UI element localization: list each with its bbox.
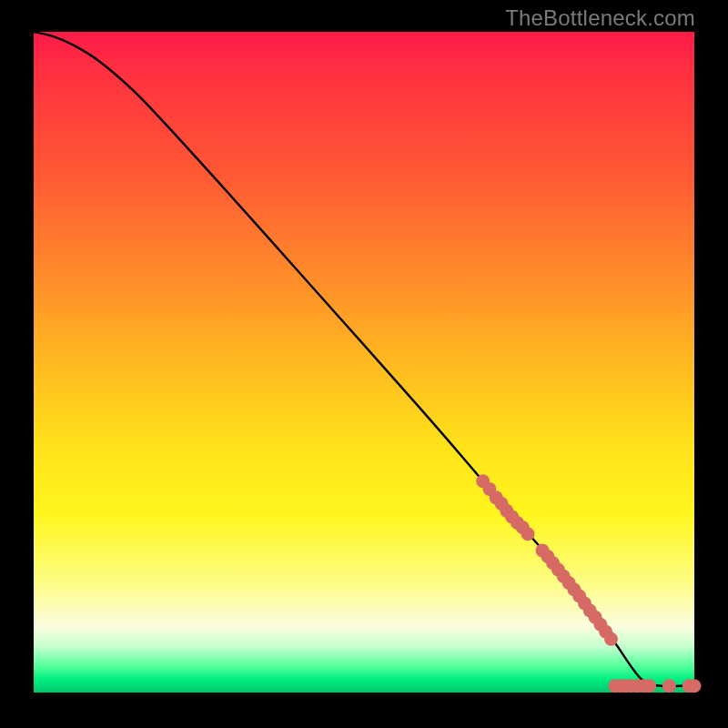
bottleneck-curve-line xyxy=(34,32,694,686)
curve-marker xyxy=(688,679,702,693)
curve-marker xyxy=(642,679,656,693)
curve-marker xyxy=(662,679,676,693)
curve-markers xyxy=(476,474,701,693)
curve-marker xyxy=(521,527,535,541)
chart-frame: TheBottleneck.com xyxy=(0,0,728,728)
chart-svg xyxy=(34,32,694,693)
curve-marker xyxy=(604,632,618,646)
plot-area xyxy=(34,32,694,693)
watermark-text: TheBottleneck.com xyxy=(505,5,695,31)
